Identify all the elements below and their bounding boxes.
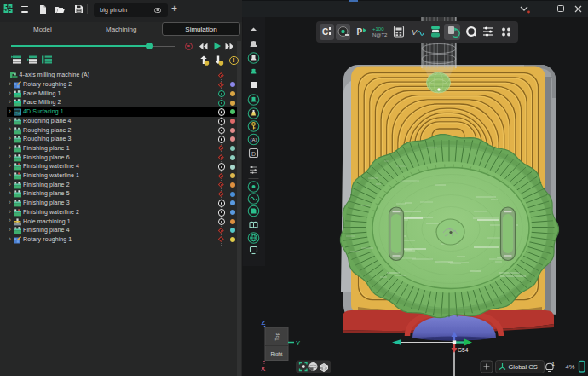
svg-text:Y: Y — [296, 339, 301, 347]
svg-text:Top: Top — [274, 333, 280, 341]
svg-text:D: D — [251, 151, 256, 157]
svg-text:nu: nu — [14, 110, 20, 115]
svg-text:G54: G54 — [458, 347, 469, 353]
svg-text:Global CS: Global CS — [509, 363, 538, 371]
svg-text:V: V — [412, 28, 418, 37]
svg-text:Right: Right — [270, 351, 282, 356]
svg-text:4%: 4% — [566, 363, 575, 371]
svg-text:N@T2: N@T2 — [372, 32, 388, 38]
svg-text:C: C — [322, 27, 328, 37]
svg-text:X: X — [261, 365, 266, 373]
svg-text:P: P — [357, 27, 363, 37]
svg-text:1: 1 — [552, 362, 556, 367]
svg-text:(A): (A) — [251, 137, 257, 142]
svg-text:+100: +100 — [372, 26, 384, 32]
svg-text:Z: Z — [262, 319, 266, 327]
